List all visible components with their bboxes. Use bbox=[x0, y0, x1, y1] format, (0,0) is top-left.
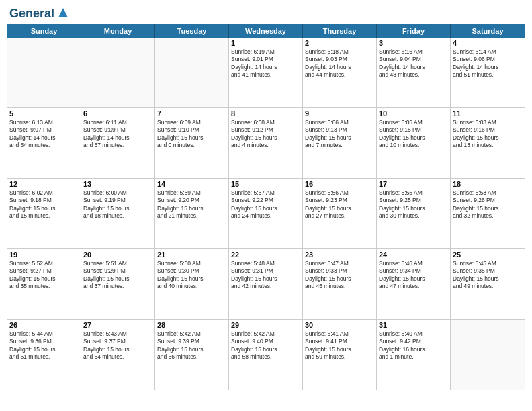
day-number: 26 bbox=[9, 321, 79, 329]
day-cell-13: 13Sunrise: 6:00 AM Sunset: 9:19 PM Dayli… bbox=[81, 179, 155, 248]
day-number: 30 bbox=[305, 321, 374, 329]
cell-info: Sunrise: 5:52 AM Sunset: 9:27 PM Dayligh… bbox=[9, 260, 79, 291]
day-number: 5 bbox=[9, 109, 79, 118]
day-number: 1 bbox=[231, 39, 300, 47]
cell-info: Sunrise: 5:45 AM Sunset: 9:35 PM Dayligh… bbox=[453, 260, 523, 291]
day-number: 4 bbox=[453, 39, 523, 47]
day-number: 31 bbox=[379, 321, 448, 329]
day-number: 13 bbox=[83, 180, 152, 188]
day-cell-3: 3Sunrise: 6:16 AM Sunset: 9:04 PM Daylig… bbox=[377, 38, 451, 107]
cell-info: Sunrise: 5:55 AM Sunset: 9:25 PM Dayligh… bbox=[379, 189, 448, 220]
empty-cell bbox=[7, 38, 81, 107]
day-header-wednesday: Wednesday bbox=[229, 24, 303, 38]
day-cell-29: 29Sunrise: 5:42 AM Sunset: 9:40 PM Dayli… bbox=[229, 320, 303, 390]
day-cell-24: 24Sunrise: 5:46 AM Sunset: 9:34 PM Dayli… bbox=[377, 249, 451, 319]
empty-cell bbox=[155, 38, 229, 107]
week-row-2: 5Sunrise: 6:13 AM Sunset: 9:07 PM Daylig… bbox=[7, 108, 525, 179]
calendar-header: SundayMondayTuesdayWednesdayThursdayFrid… bbox=[7, 24, 525, 38]
svg-marker-0 bbox=[58, 8, 68, 17]
cell-info: Sunrise: 5:50 AM Sunset: 9:30 PM Dayligh… bbox=[157, 260, 226, 291]
day-number: 28 bbox=[157, 321, 226, 329]
cell-info: Sunrise: 5:47 AM Sunset: 9:33 PM Dayligh… bbox=[305, 260, 374, 291]
day-cell-12: 12Sunrise: 6:02 AM Sunset: 9:18 PM Dayli… bbox=[7, 179, 81, 248]
day-number: 25 bbox=[453, 250, 523, 259]
day-number: 14 bbox=[157, 180, 226, 188]
cell-info: Sunrise: 5:42 AM Sunset: 9:39 PM Dayligh… bbox=[157, 330, 226, 361]
day-number: 29 bbox=[231, 321, 300, 329]
day-cell-28: 28Sunrise: 5:42 AM Sunset: 9:39 PM Dayli… bbox=[155, 320, 229, 390]
cell-info: Sunrise: 5:56 AM Sunset: 9:23 PM Dayligh… bbox=[305, 189, 374, 220]
day-number: 6 bbox=[83, 109, 152, 118]
cell-info: Sunrise: 6:18 AM Sunset: 9:03 PM Dayligh… bbox=[305, 48, 374, 79]
day-number: 21 bbox=[157, 250, 226, 259]
day-number: 16 bbox=[305, 180, 374, 188]
day-cell-25: 25Sunrise: 5:45 AM Sunset: 9:35 PM Dayli… bbox=[451, 249, 525, 319]
day-cell-17: 17Sunrise: 5:55 AM Sunset: 9:25 PM Dayli… bbox=[377, 179, 451, 248]
cell-info: Sunrise: 6:13 AM Sunset: 9:07 PM Dayligh… bbox=[9, 119, 79, 150]
week-row-3: 12Sunrise: 6:02 AM Sunset: 9:18 PM Dayli… bbox=[7, 179, 525, 249]
day-number: 8 bbox=[231, 109, 300, 118]
day-cell-6: 6Sunrise: 6:11 AM Sunset: 9:09 PM Daylig… bbox=[81, 108, 155, 178]
cell-info: Sunrise: 5:51 AM Sunset: 9:29 PM Dayligh… bbox=[83, 260, 152, 291]
cell-info: Sunrise: 6:19 AM Sunset: 9:01 PM Dayligh… bbox=[231, 48, 300, 79]
cell-info: Sunrise: 5:48 AM Sunset: 9:31 PM Dayligh… bbox=[231, 260, 300, 291]
cell-info: Sunrise: 5:43 AM Sunset: 9:37 PM Dayligh… bbox=[83, 330, 152, 361]
cell-info: Sunrise: 6:11 AM Sunset: 9:09 PM Dayligh… bbox=[83, 119, 152, 150]
calendar-body: 1Sunrise: 6:19 AM Sunset: 9:01 PM Daylig… bbox=[7, 38, 525, 390]
logo-text: General bbox=[9, 7, 71, 18]
day-number: 2 bbox=[305, 39, 374, 47]
day-number: 15 bbox=[231, 180, 300, 188]
day-cell-11: 11Sunrise: 6:03 AM Sunset: 9:16 PM Dayli… bbox=[451, 108, 525, 178]
day-cell-9: 9Sunrise: 6:06 AM Sunset: 9:13 PM Daylig… bbox=[303, 108, 377, 178]
cell-info: Sunrise: 6:14 AM Sunset: 9:06 PM Dayligh… bbox=[453, 48, 523, 79]
cell-info: Sunrise: 6:08 AM Sunset: 9:12 PM Dayligh… bbox=[231, 119, 300, 150]
day-cell-27: 27Sunrise: 5:43 AM Sunset: 9:37 PM Dayli… bbox=[81, 320, 155, 390]
day-header-saturday: Saturday bbox=[451, 24, 525, 38]
day-cell-14: 14Sunrise: 5:59 AM Sunset: 9:20 PM Dayli… bbox=[155, 179, 229, 248]
day-number: 18 bbox=[453, 180, 523, 188]
week-row-4: 19Sunrise: 5:52 AM Sunset: 9:27 PM Dayli… bbox=[7, 249, 525, 320]
day-cell-2: 2Sunrise: 6:18 AM Sunset: 9:03 PM Daylig… bbox=[303, 38, 377, 107]
day-cell-1: 1Sunrise: 6:19 AM Sunset: 9:01 PM Daylig… bbox=[229, 38, 303, 107]
cell-info: Sunrise: 5:53 AM Sunset: 9:26 PM Dayligh… bbox=[453, 189, 523, 220]
empty-cell bbox=[81, 38, 155, 107]
day-cell-10: 10Sunrise: 6:05 AM Sunset: 9:15 PM Dayli… bbox=[377, 108, 451, 178]
day-cell-15: 15Sunrise: 5:57 AM Sunset: 9:22 PM Dayli… bbox=[229, 179, 303, 248]
cell-info: Sunrise: 6:00 AM Sunset: 9:19 PM Dayligh… bbox=[83, 189, 152, 220]
day-cell-21: 21Sunrise: 5:50 AM Sunset: 9:30 PM Dayli… bbox=[155, 249, 229, 319]
day-number: 23 bbox=[305, 250, 374, 259]
day-cell-30: 30Sunrise: 5:41 AM Sunset: 9:41 PM Dayli… bbox=[303, 320, 377, 390]
header: General bbox=[7, 7, 525, 18]
cell-info: Sunrise: 6:03 AM Sunset: 9:16 PM Dayligh… bbox=[453, 119, 523, 150]
day-number: 22 bbox=[231, 250, 300, 259]
day-cell-5: 5Sunrise: 6:13 AM Sunset: 9:07 PM Daylig… bbox=[7, 108, 81, 178]
day-cell-7: 7Sunrise: 6:09 AM Sunset: 9:10 PM Daylig… bbox=[155, 108, 229, 178]
day-number: 3 bbox=[379, 39, 448, 47]
logo-icon bbox=[56, 5, 71, 20]
page: General SundayMondayTuesdayWednesdayThur… bbox=[0, 0, 532, 411]
day-number: 7 bbox=[157, 109, 226, 118]
empty-cell bbox=[451, 320, 525, 390]
day-cell-4: 4Sunrise: 6:14 AM Sunset: 9:06 PM Daylig… bbox=[451, 38, 525, 107]
cell-info: Sunrise: 6:09 AM Sunset: 9:10 PM Dayligh… bbox=[157, 119, 226, 150]
week-row-1: 1Sunrise: 6:19 AM Sunset: 9:01 PM Daylig… bbox=[7, 38, 525, 108]
day-cell-22: 22Sunrise: 5:48 AM Sunset: 9:31 PM Dayli… bbox=[229, 249, 303, 319]
cell-info: Sunrise: 5:57 AM Sunset: 9:22 PM Dayligh… bbox=[231, 189, 300, 220]
day-number: 17 bbox=[379, 180, 448, 188]
day-header-sunday: Sunday bbox=[7, 24, 81, 38]
cell-info: Sunrise: 5:42 AM Sunset: 9:40 PM Dayligh… bbox=[231, 330, 300, 361]
cell-info: Sunrise: 5:40 AM Sunset: 9:42 PM Dayligh… bbox=[379, 330, 448, 361]
logo: General bbox=[9, 7, 71, 18]
day-number: 12 bbox=[9, 180, 79, 188]
day-cell-8: 8Sunrise: 6:08 AM Sunset: 9:12 PM Daylig… bbox=[229, 108, 303, 178]
day-cell-19: 19Sunrise: 5:52 AM Sunset: 9:27 PM Dayli… bbox=[7, 249, 81, 319]
day-cell-26: 26Sunrise: 5:44 AM Sunset: 9:36 PM Dayli… bbox=[7, 320, 81, 390]
day-number: 24 bbox=[379, 250, 448, 259]
day-number: 9 bbox=[305, 109, 374, 118]
day-header-friday: Friday bbox=[377, 24, 451, 38]
cell-info: Sunrise: 6:06 AM Sunset: 9:13 PM Dayligh… bbox=[305, 119, 374, 150]
cell-info: Sunrise: 6:16 AM Sunset: 9:04 PM Dayligh… bbox=[379, 48, 448, 79]
day-cell-18: 18Sunrise: 5:53 AM Sunset: 9:26 PM Dayli… bbox=[451, 179, 525, 248]
day-header-tuesday: Tuesday bbox=[155, 24, 229, 38]
week-row-5: 26Sunrise: 5:44 AM Sunset: 9:36 PM Dayli… bbox=[7, 320, 525, 390]
